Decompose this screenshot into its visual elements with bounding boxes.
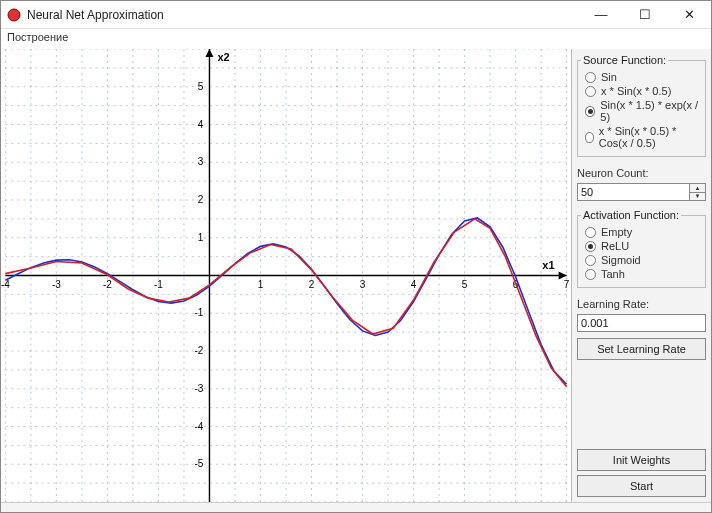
radio-icon[interactable] — [585, 106, 595, 117]
svg-text:3: 3 — [198, 156, 204, 167]
activation-option-label: ReLU — [601, 240, 629, 252]
radio-icon[interactable] — [585, 255, 596, 266]
maximize-button[interactable]: ☐ — [623, 1, 667, 28]
svg-point-0 — [8, 9, 20, 21]
plot-area[interactable]: -4-3-2-11234567-5-4-3-2-112345x1x2 — [1, 49, 571, 502]
source-function-option[interactable]: Sin(x * 1.5) * exp(x / 5) — [585, 99, 702, 123]
neuron-count-row: 50 ▲ ▼ — [577, 183, 706, 201]
chevron-up-icon[interactable]: ▲ — [690, 184, 705, 192]
app-icon — [7, 8, 21, 22]
content-area: -4-3-2-11234567-5-4-3-2-112345x1x2 Sourc… — [1, 49, 711, 502]
radio-icon[interactable] — [585, 269, 596, 280]
app-window: Neural Net Approximation — ☐ ✕ Построени… — [0, 0, 712, 513]
start-button[interactable]: Start — [577, 475, 706, 497]
learning-rate-input[interactable]: 0.001 — [577, 314, 706, 332]
source-function-label: Source Function: — [581, 54, 668, 66]
activation-option[interactable]: Empty — [585, 226, 702, 238]
svg-text:2: 2 — [309, 279, 315, 290]
svg-text:1: 1 — [198, 232, 204, 243]
neuron-count-spinner[interactable]: ▲ ▼ — [690, 183, 706, 201]
svg-text:x1: x1 — [542, 259, 554, 271]
svg-text:-1: -1 — [195, 307, 204, 318]
window-controls: — ☐ ✕ — [579, 1, 711, 28]
svg-text:5: 5 — [462, 279, 468, 290]
svg-text:5: 5 — [198, 81, 204, 92]
source-function-group: Source Function: Sinx * Sin(x * 0.5)Sin(… — [577, 54, 706, 157]
svg-text:4: 4 — [411, 279, 417, 290]
svg-text:-3: -3 — [195, 383, 204, 394]
chevron-down-icon[interactable]: ▼ — [690, 192, 705, 201]
radio-icon[interactable] — [585, 241, 596, 252]
activation-group: Activation Function: EmptyReLUSigmoidTan… — [577, 209, 706, 288]
svg-text:-1: -1 — [154, 279, 163, 290]
svg-text:x2: x2 — [217, 51, 229, 63]
svg-text:-2: -2 — [195, 345, 204, 356]
init-weights-button[interactable]: Init Weights — [577, 449, 706, 471]
source-function-option-label: Sin(x * 1.5) * exp(x / 5) — [600, 99, 702, 123]
radio-icon[interactable] — [585, 227, 596, 238]
svg-text:7: 7 — [564, 279, 570, 290]
menu-item-build[interactable]: Построение — [7, 31, 68, 43]
neuron-count-label: Neuron Count: — [577, 167, 706, 179]
activation-option[interactable]: ReLU — [585, 240, 702, 252]
activation-option-label: Tanh — [601, 268, 625, 280]
statusbar — [1, 502, 711, 512]
menubar: Построение — [1, 29, 711, 49]
minimize-button[interactable]: — — [579, 1, 623, 28]
side-panel: Source Function: Sinx * Sin(x * 0.5)Sin(… — [571, 49, 711, 502]
activation-option-label: Empty — [601, 226, 632, 238]
activation-option[interactable]: Tanh — [585, 268, 702, 280]
learning-rate-label: Learning Rate: — [577, 298, 706, 310]
svg-text:4: 4 — [198, 119, 204, 130]
source-function-option-label: x * Sin(x * 0.5) — [601, 85, 671, 97]
svg-text:-5: -5 — [195, 458, 204, 469]
activation-option-label: Sigmoid — [601, 254, 641, 266]
svg-text:1: 1 — [258, 279, 264, 290]
set-learning-rate-button[interactable]: Set Learning Rate — [577, 338, 706, 360]
source-function-option-label: Sin — [601, 71, 617, 83]
close-button[interactable]: ✕ — [667, 1, 711, 28]
svg-text:-2: -2 — [103, 279, 112, 290]
neuron-count-input[interactable]: 50 — [577, 183, 690, 201]
source-function-option-label: x * Sin(x * 0.5) * Cos(x / 0.5) — [599, 125, 702, 149]
source-function-option[interactable]: x * Sin(x * 0.5) * Cos(x / 0.5) — [585, 125, 702, 149]
radio-icon[interactable] — [585, 72, 596, 83]
activation-option[interactable]: Sigmoid — [585, 254, 702, 266]
svg-marker-52 — [205, 49, 213, 57]
radio-icon[interactable] — [585, 132, 594, 143]
chart: -4-3-2-11234567-5-4-3-2-112345x1x2 — [1, 49, 571, 502]
learning-rate-row: 0.001 — [577, 314, 706, 332]
source-function-option[interactable]: x * Sin(x * 0.5) — [585, 85, 702, 97]
window-title: Neural Net Approximation — [27, 8, 579, 22]
radio-icon[interactable] — [585, 86, 596, 97]
source-function-option[interactable]: Sin — [585, 71, 702, 83]
svg-text:2: 2 — [198, 194, 204, 205]
svg-text:-4: -4 — [195, 421, 204, 432]
titlebar[interactable]: Neural Net Approximation — ☐ ✕ — [1, 1, 711, 29]
activation-label: Activation Function: — [581, 209, 681, 221]
svg-text:-3: -3 — [52, 279, 61, 290]
svg-text:3: 3 — [360, 279, 366, 290]
